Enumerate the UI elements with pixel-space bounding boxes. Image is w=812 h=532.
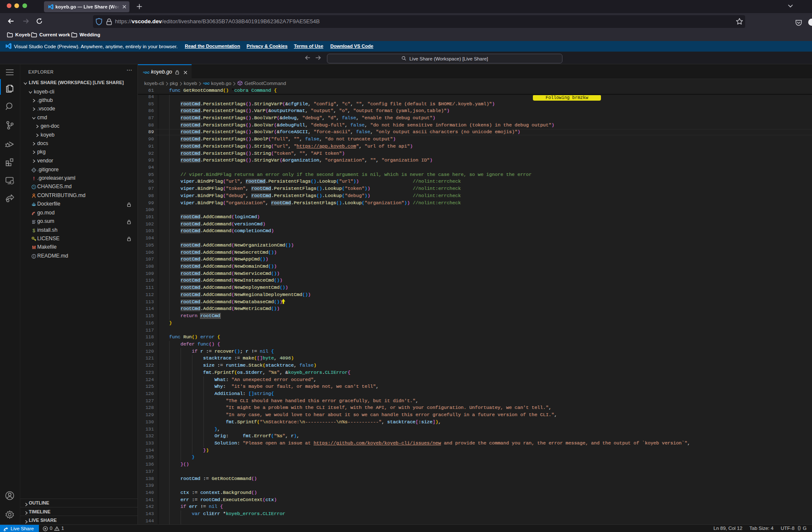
svg-text:!: ! [33,176,35,181]
svg-text:GO: GO [145,71,149,74]
svg-text:$: $ [33,228,35,233]
svg-text:GO: GO [205,82,209,85]
svg-text:M: M [32,245,36,250]
